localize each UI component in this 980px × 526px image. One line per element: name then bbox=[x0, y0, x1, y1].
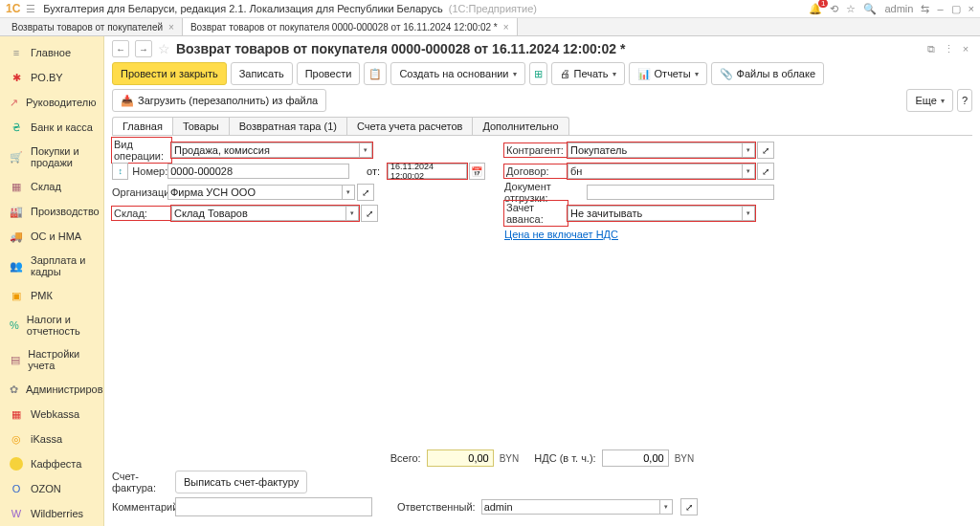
more-button[interactable]: Еще▾ bbox=[906, 89, 952, 112]
contract-select[interactable]: бн▾ bbox=[568, 164, 755, 179]
bell-badge: 1 bbox=[818, 0, 828, 8]
sidebar-item[interactable]: ✱PO.BY bbox=[0, 65, 103, 90]
sidebar-icon: W bbox=[10, 507, 23, 520]
structure-button[interactable]: 📋 bbox=[364, 62, 387, 85]
window-tab[interactable]: Возвраты товаров от покупателей × bbox=[4, 18, 183, 35]
app-title: Бухгалтерия для Беларуси, редакция 2.1. … bbox=[43, 3, 442, 14]
sidebar-item[interactable]: ✿Администрирование bbox=[0, 377, 103, 402]
chevron-down-icon[interactable]: ▾ bbox=[345, 207, 358, 220]
save-button[interactable]: Записать bbox=[231, 62, 293, 85]
vat-input bbox=[602, 449, 669, 467]
window-tab[interactable]: Возврат товаров от покупателя 0000-00002… bbox=[183, 18, 518, 35]
favorite-icon[interactable]: ☆ bbox=[846, 3, 856, 15]
form-tab[interactable]: Дополнительно bbox=[473, 117, 568, 135]
load-from-file-button[interactable]: 📥 Загрузить (перезаполнить) из файла bbox=[112, 89, 326, 112]
sidebar-item[interactable]: ▦Склад bbox=[0, 174, 103, 199]
user-label[interactable]: admin bbox=[884, 3, 913, 14]
close-tab-icon[interactable]: × bbox=[168, 22, 174, 33]
history-icon[interactable]: ⟲ bbox=[830, 3, 838, 15]
sidebar-label: Главное bbox=[31, 47, 71, 58]
label-operation-type: Вид операции: bbox=[112, 138, 171, 163]
nav-forward[interactable]: → bbox=[135, 40, 152, 57]
date-field[interactable]: 16.11.2024 12:00:02 bbox=[388, 164, 467, 179]
sidebar-item[interactable]: 🏭Производство bbox=[0, 199, 103, 224]
sidebar-item[interactable]: 👥Зарплата и кадры bbox=[0, 249, 103, 283]
responsible-select[interactable]: admin▾ bbox=[481, 499, 673, 515]
cloud-files-button[interactable]: 📎 Файлы в облаке bbox=[711, 62, 824, 85]
sidebar-item[interactable]: ◎iKassa bbox=[0, 427, 103, 451]
sidebar-icon: ◎ bbox=[10, 432, 23, 446]
chevron-down-icon[interactable]: ▾ bbox=[742, 143, 754, 157]
form-tab[interactable]: Главная bbox=[112, 117, 173, 135]
organization-select[interactable]: Фирма УСН ООО▾ bbox=[167, 185, 355, 200]
sidebar-item[interactable]: ▦Webkassa bbox=[0, 402, 103, 427]
operation-type-select[interactable]: Продажа, комиссия▾ bbox=[171, 142, 372, 158]
link-icon[interactable]: ⧉ bbox=[924, 43, 938, 55]
total-input[interactable] bbox=[427, 449, 494, 467]
chevron-down-icon[interactable]: ▾ bbox=[742, 207, 754, 220]
label-vat: НДС (в т. ч.): bbox=[534, 452, 595, 464]
post-and-close-button[interactable]: Провести и закрыть bbox=[112, 62, 227, 85]
sidebar-item[interactable]: ₴Банк и касса bbox=[0, 115, 103, 140]
sidebar-icon bbox=[10, 457, 23, 471]
write-invoice-button[interactable]: Выписать счет-фактуру bbox=[175, 471, 307, 493]
minimize-icon[interactable]: – bbox=[937, 3, 943, 14]
shipment-doc-field[interactable] bbox=[587, 185, 774, 200]
close-form-icon[interactable]: × bbox=[959, 43, 972, 55]
warehouse-select[interactable]: Склад Товаров▾ bbox=[171, 206, 359, 221]
sidebar-item[interactable]: WWildberries bbox=[0, 501, 103, 526]
sidebar-item[interactable]: OOZON bbox=[0, 476, 103, 501]
number-field[interactable]: 0000-000028 bbox=[167, 164, 349, 179]
sidebar-icon: 🛒 bbox=[10, 150, 23, 164]
sidebar-item[interactable]: ▣РМК bbox=[0, 283, 103, 308]
sidebar-item[interactable]: ▤Настройки учета bbox=[0, 342, 103, 377]
nav-back[interactable]: ← bbox=[112, 40, 129, 57]
menu-icon[interactable]: ☰ bbox=[26, 3, 35, 15]
sidebar-icon: 🏭 bbox=[10, 205, 23, 218]
label-invoice: Счет-фактура: bbox=[112, 471, 169, 493]
excel-export-button[interactable]: ⊞ bbox=[529, 62, 547, 85]
sidebar-label: OZON bbox=[31, 483, 61, 494]
counterparty-select[interactable]: Покупатель▾ bbox=[568, 142, 755, 158]
print-button[interactable]: 🖨 Печать▾ bbox=[551, 62, 625, 85]
post-button[interactable]: Провести bbox=[297, 62, 361, 85]
chevron-down-icon[interactable]: ▾ bbox=[359, 143, 371, 157]
close-tab-icon[interactable]: × bbox=[503, 22, 509, 33]
price-vat-link[interactable]: Цена не включает НДС bbox=[504, 229, 618, 240]
app-subtitle: (1С:Предприятие) bbox=[449, 3, 537, 14]
close-icon[interactable]: × bbox=[969, 3, 974, 14]
more-icon[interactable]: ⋮ bbox=[942, 43, 955, 55]
maximize-icon[interactable]: ▢ bbox=[951, 3, 961, 15]
chevron-down-icon[interactable]: ▾ bbox=[342, 186, 354, 199]
create-on-basis-button[interactable]: Создать на основании▾ bbox=[390, 62, 524, 85]
sidebar-item[interactable]: 🛒Покупки и продажи bbox=[0, 140, 103, 174]
sidebar-icon: ₴ bbox=[10, 121, 23, 134]
window-tab-label: Возвраты товаров от покупателей bbox=[11, 22, 163, 33]
sidebar-item[interactable]: 🚚ОС и НМА bbox=[0, 224, 103, 249]
open-icon[interactable]: ⤢ bbox=[680, 498, 698, 515]
sidebar-item[interactable]: ≡Главное bbox=[0, 40, 103, 65]
open-icon[interactable]: ⤢ bbox=[757, 163, 774, 180]
reports-button[interactable]: 📊 Отчеты▾ bbox=[629, 62, 707, 85]
sidebar-item[interactable]: ↗Руководителю bbox=[0, 90, 103, 115]
open-icon[interactable]: ⤢ bbox=[357, 184, 374, 201]
chevron-down-icon[interactable]: ▾ bbox=[659, 500, 672, 514]
advance-select[interactable]: Не зачитывать▾ bbox=[568, 206, 755, 221]
chevron-down-icon[interactable]: ▾ bbox=[742, 164, 754, 178]
open-icon[interactable]: ⤢ bbox=[757, 142, 774, 159]
sidebar-item[interactable]: Каффеста bbox=[0, 451, 103, 476]
app-logo: 1C bbox=[6, 2, 20, 15]
form-tab[interactable]: Товары bbox=[173, 117, 230, 135]
settings-icon[interactable]: ⇆ bbox=[921, 3, 929, 15]
comment-input[interactable] bbox=[175, 497, 372, 516]
open-icon[interactable]: ⤢ bbox=[361, 205, 378, 222]
sidebar-item[interactable]: %Налоги и отчетность bbox=[0, 308, 103, 342]
calendar-icon[interactable]: 📅 bbox=[469, 163, 485, 180]
form-tab[interactable]: Возвратная тара (1) bbox=[230, 117, 347, 135]
help-button[interactable]: ? bbox=[957, 89, 972, 112]
star-icon[interactable]: ☆ bbox=[158, 41, 170, 56]
search-icon[interactable]: 🔍 bbox=[863, 3, 877, 15]
form-tab[interactable]: Счета учета расчетов bbox=[347, 117, 473, 135]
bell-icon[interactable]: 🔔1 bbox=[809, 3, 822, 15]
number-icon[interactable]: ↕ bbox=[112, 163, 128, 180]
